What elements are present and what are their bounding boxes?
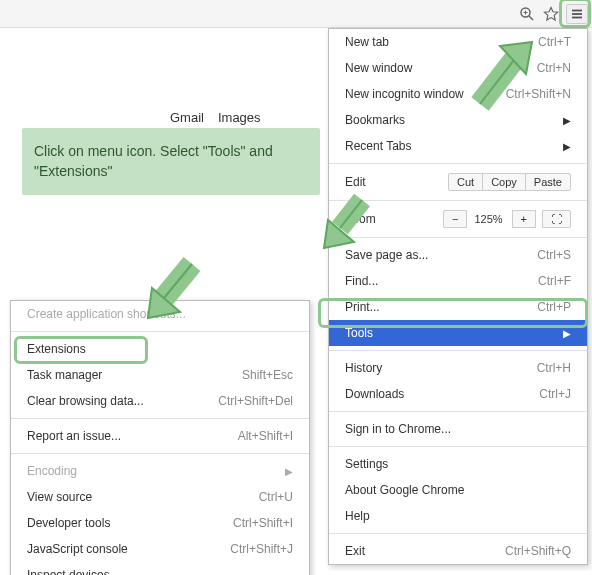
menu-shortcut: Ctrl+N: [537, 61, 571, 75]
zoom-in-button[interactable]: +: [512, 210, 536, 228]
menu-item-history[interactable]: HistoryCtrl+H: [329, 355, 587, 381]
menu-item-sign-in-to-chrome[interactable]: Sign in to Chrome...: [329, 416, 587, 442]
menu-item-label: Help: [345, 509, 571, 523]
submenu-item-view-source[interactable]: View sourceCtrl+U: [11, 484, 309, 510]
zoom-value: 125%: [466, 210, 510, 228]
menu-shortcut: Ctrl+T: [538, 35, 571, 49]
submenu-item-label: Developer tools: [27, 516, 209, 530]
gmail-link[interactable]: Gmail: [170, 110, 204, 125]
menu-item-label: History: [345, 361, 513, 375]
menu-item-label: Recent Tabs: [345, 139, 543, 153]
submenu-item-label: Inspect devices: [27, 568, 293, 575]
menu-item-exit[interactable]: ExitCtrl+Shift+Q: [329, 538, 587, 564]
submenu-arrow-icon: ▶: [563, 328, 571, 339]
menu-shortcut: Ctrl+Shift+Del: [218, 394, 293, 408]
menu-item-label: New incognito window: [345, 87, 482, 101]
zoom-row: Zoom−125%+⛶: [329, 205, 587, 233]
tools-submenu: Create application shortcuts...Extension…: [10, 300, 310, 575]
submenu-item-label: Task manager: [27, 368, 218, 382]
submenu-arrow-icon: ▶: [563, 141, 571, 152]
instruction-hint: Click on menu icon. Select "Tools" and "…: [22, 128, 320, 195]
menu-shortcut: Ctrl+Shift+I: [233, 516, 293, 530]
menu-shortcut: Ctrl+U: [259, 490, 293, 504]
menu-item-about-google-chrome[interactable]: About Google Chrome: [329, 477, 587, 503]
menu-item-label: Exit: [345, 544, 481, 558]
zoom-label: Zoom: [345, 212, 443, 226]
menu-item-tools[interactable]: Tools▶: [329, 320, 587, 346]
submenu-item-label: View source: [27, 490, 235, 504]
menu-shortcut: Ctrl+Shift+Q: [505, 544, 571, 558]
browser-toolbar: [0, 0, 592, 28]
menu-item-recent-tabs[interactable]: Recent Tabs▶: [329, 133, 587, 159]
submenu-item-encoding: Encoding▶: [11, 458, 309, 484]
fullscreen-button[interactable]: ⛶: [542, 210, 571, 228]
menu-item-label: Save page as...: [345, 248, 513, 262]
star-icon[interactable]: [542, 5, 560, 23]
menu-item-label: Print...: [345, 300, 513, 314]
menu-item-new-incognito-window[interactable]: New incognito windowCtrl+Shift+N: [329, 81, 587, 107]
submenu-item-label: Extensions: [27, 342, 293, 356]
menu-item-label: Sign in to Chrome...: [345, 422, 571, 436]
edit-row: EditCutCopyPaste: [329, 168, 587, 196]
menu-shortcut: Ctrl+F: [538, 274, 571, 288]
submenu-item-label: Report an issue...: [27, 429, 214, 443]
menu-shortcut: Ctrl+Shift+N: [506, 87, 571, 101]
submenu-item-developer-tools[interactable]: Developer toolsCtrl+Shift+I: [11, 510, 309, 536]
menu-item-label: Tools: [345, 326, 543, 340]
menu-item-label: Find...: [345, 274, 514, 288]
submenu-item-report-an-issue[interactable]: Report an issue...Alt+Shift+I: [11, 423, 309, 449]
submenu-item-label: Encoding: [27, 464, 265, 478]
submenu-item-task-manager[interactable]: Task managerShift+Esc: [11, 362, 309, 388]
submenu-item-label: Create application shortcuts...: [27, 307, 293, 321]
menu-item-save-page-as[interactable]: Save page as...Ctrl+S: [329, 242, 587, 268]
menu-item-downloads[interactable]: DownloadsCtrl+J: [329, 381, 587, 407]
submenu-item-clear-browsing-data[interactable]: Clear browsing data...Ctrl+Shift+Del: [11, 388, 309, 414]
submenu-item-extensions[interactable]: Extensions: [11, 336, 309, 362]
submenu-arrow-icon: ▶: [563, 115, 571, 126]
svg-line-1: [529, 16, 533, 20]
menu-item-bookmarks[interactable]: Bookmarks▶: [329, 107, 587, 133]
menu-shortcut: Ctrl+P: [537, 300, 571, 314]
copy-button[interactable]: Copy: [482, 173, 526, 191]
menu-item-label: Downloads: [345, 387, 515, 401]
menu-shortcut: Alt+Shift+I: [238, 429, 293, 443]
zoom-icon[interactable]: [518, 5, 536, 23]
menu-item-find[interactable]: Find...Ctrl+F: [329, 268, 587, 294]
menu-item-settings[interactable]: Settings: [329, 451, 587, 477]
zoom-out-button[interactable]: −: [443, 210, 467, 228]
images-link[interactable]: Images: [218, 110, 261, 125]
menu-item-label: Bookmarks: [345, 113, 543, 127]
paste-button[interactable]: Paste: [525, 173, 571, 191]
hamburger-menu-icon[interactable]: [566, 4, 588, 24]
menu-item-label: About Google Chrome: [345, 483, 571, 497]
submenu-arrow-icon: ▶: [285, 466, 293, 477]
submenu-item-inspect-devices[interactable]: Inspect devices: [11, 562, 309, 575]
main-menu: New tabCtrl+TNew windowCtrl+NNew incogni…: [328, 28, 588, 565]
edit-label: Edit: [345, 175, 448, 189]
submenu-item-javascript-console[interactable]: JavaScript consoleCtrl+Shift+J: [11, 536, 309, 562]
menu-shortcut: Shift+Esc: [242, 368, 293, 382]
menu-item-label: New window: [345, 61, 513, 75]
menu-shortcut: Ctrl+J: [539, 387, 571, 401]
menu-item-help[interactable]: Help: [329, 503, 587, 529]
menu-item-label: New tab: [345, 35, 514, 49]
menu-item-new-tab[interactable]: New tabCtrl+T: [329, 29, 587, 55]
cut-button[interactable]: Cut: [448, 173, 483, 191]
menu-shortcut: Ctrl+H: [537, 361, 571, 375]
submenu-item-label: JavaScript console: [27, 542, 206, 556]
menu-item-new-window[interactable]: New windowCtrl+N: [329, 55, 587, 81]
submenu-item-label: Clear browsing data...: [27, 394, 194, 408]
menu-shortcut: Ctrl+S: [537, 248, 571, 262]
menu-shortcut: Ctrl+Shift+J: [230, 542, 293, 556]
header-links: Gmail Images: [170, 110, 261, 125]
menu-item-label: Settings: [345, 457, 571, 471]
submenu-item-create-application-shortcuts: Create application shortcuts...: [11, 301, 309, 327]
menu-item-print[interactable]: Print...Ctrl+P: [329, 294, 587, 320]
